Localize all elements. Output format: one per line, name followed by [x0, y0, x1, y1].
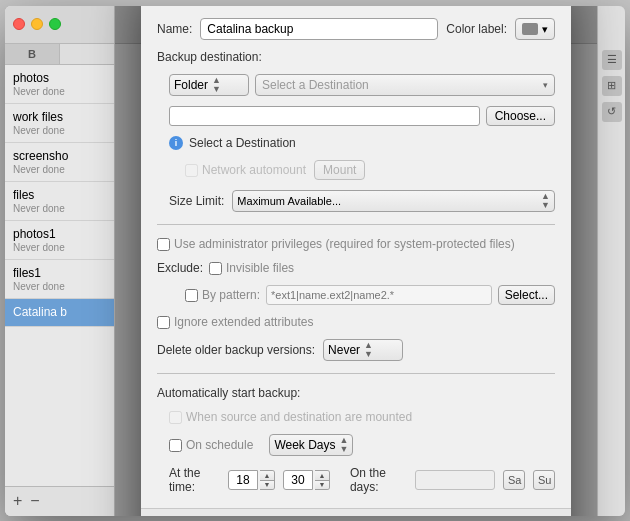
sidebar-item-status: Never done: [13, 242, 106, 253]
sidebar-tab-other[interactable]: [60, 44, 114, 64]
divider1: [157, 224, 555, 225]
dest-selector-row: Folder ▲ ▼ Select a Destination ▾: [157, 74, 555, 96]
info-row: i Select a Destination: [157, 136, 555, 150]
size-limit-select[interactable]: Maximum Available... ▲▼: [232, 190, 555, 212]
right-strip: ☰ ⊞ ↺: [597, 6, 625, 516]
zoom-button[interactable]: [49, 18, 61, 30]
main-area: Backup: Catalina backup on below Backup:…: [115, 6, 597, 516]
sidebar-item-files1[interactable]: files1 Never done: [5, 260, 114, 299]
pattern-input[interactable]: [266, 285, 492, 305]
time-row: At the time: ▲ ▼ ▲ ▼: [157, 466, 555, 494]
folder-type-select[interactable]: Folder ▲ ▼: [169, 74, 249, 96]
sidebar-item-work-files[interactable]: work files Never done: [5, 104, 114, 143]
strip-icon-1[interactable]: ☰: [602, 50, 622, 70]
info-icon: i: [169, 136, 183, 150]
color-label: Color label:: [446, 22, 507, 36]
su-day-button[interactable]: Su: [533, 470, 555, 490]
sa-day-button[interactable]: Sa: [503, 470, 525, 490]
color-label-button[interactable]: ▾: [515, 18, 555, 40]
sidebar-tabs: B: [5, 44, 114, 65]
delete-select[interactable]: Never ▲▼: [323, 339, 403, 361]
path-input[interactable]: [169, 106, 480, 126]
dialog-body: Name: Color label: ▾ Backup destination:: [141, 6, 571, 509]
name-input[interactable]: [200, 18, 438, 40]
delete-label: Delete older backup versions:: [157, 343, 315, 357]
auto-backup-label: Automatically start backup:: [157, 386, 300, 400]
schedule-chevrons-icon: ▲▼: [340, 436, 349, 454]
by-pattern-checkbox[interactable]: [185, 289, 198, 302]
dialog-overlay: Backup: Catalina backup Name: Color labe…: [115, 6, 597, 516]
size-limit-label: Size Limit:: [169, 194, 224, 208]
pattern-row: By pattern: Select...: [157, 285, 555, 305]
minute-down-button[interactable]: ▼: [315, 480, 329, 489]
hour-down-button[interactable]: ▼: [260, 480, 274, 489]
sidebar-item-screenshots[interactable]: screensho Never done: [5, 143, 114, 182]
sidebar-item-photos1[interactable]: photos1 Never done: [5, 221, 114, 260]
schedule-select[interactable]: Week Days ▲▼: [269, 434, 353, 456]
by-pattern-label: By pattern:: [185, 288, 260, 302]
delete-row: Delete older backup versions: Never ▲▼: [157, 339, 555, 361]
sidebar-item-name: photos1: [13, 227, 106, 241]
folder-type-label: Folder: [174, 78, 208, 92]
mount-button[interactable]: Mount: [314, 160, 365, 180]
on-days-label: On the days:: [350, 466, 407, 494]
on-schedule-label: On schedule: [169, 438, 253, 452]
dialog-footer: ? Cancel OK: [141, 508, 571, 516]
days-input[interactable]: [415, 470, 495, 490]
invisible-files-checkbox[interactable]: [209, 262, 222, 275]
sidebar-item-status: Never done: [13, 125, 106, 136]
network-automount-checkbox[interactable]: [185, 164, 198, 177]
strip-icon-3[interactable]: ↺: [602, 102, 622, 122]
admin-row: Use administrator privileges (required f…: [157, 237, 555, 251]
chevrons-icon: ▲ ▼: [212, 76, 221, 94]
ignore-extended-checkbox[interactable]: [157, 316, 170, 329]
path-row: Choose...: [157, 106, 555, 126]
minute-up-button[interactable]: ▲: [315, 471, 329, 480]
destination-select[interactable]: Select a Destination ▾: [255, 74, 555, 96]
admin-checkbox[interactable]: [157, 238, 170, 251]
add-backup-button[interactable]: +: [13, 493, 22, 509]
info-text: Select a Destination: [189, 136, 296, 150]
close-button[interactable]: [13, 18, 25, 30]
select-pattern-button[interactable]: Select...: [498, 285, 555, 305]
sidebar-item-name: Catalina b: [13, 305, 106, 319]
chevron-down-icon: ▾: [542, 23, 548, 36]
sidebar-item-name: work files: [13, 110, 106, 124]
delete-value: Never: [328, 343, 360, 357]
when-mounted-checkbox[interactable]: [169, 411, 182, 424]
size-limit-chevrons-icon: ▲▼: [541, 192, 550, 210]
sidebar-item-files[interactable]: files Never done: [5, 182, 114, 221]
choose-button[interactable]: Choose...: [486, 106, 555, 126]
network-automount-label: Network automount: [185, 163, 306, 177]
ignore-extended-row: Ignore extended attributes: [157, 315, 555, 329]
schedule-row: On schedule Week Days ▲▼: [157, 434, 555, 456]
hour-input[interactable]: [228, 470, 258, 490]
divider2: [157, 373, 555, 374]
backup-destination-label: Backup destination:: [157, 50, 262, 64]
sidebar-toolbar: [5, 6, 114, 44]
backup-dest-row: Backup destination:: [157, 50, 555, 64]
size-limit-row: Size Limit: Maximum Available... ▲▼: [157, 190, 555, 212]
sidebar-tab-b[interactable]: B: [5, 44, 60, 64]
app-window: B photos Never done work files Never don…: [5, 6, 625, 516]
hour-up-button[interactable]: ▲: [260, 471, 274, 480]
color-swatch: [522, 23, 538, 35]
minute-input[interactable]: [283, 470, 313, 490]
on-schedule-checkbox[interactable]: [169, 439, 182, 452]
ignore-extended-label: Ignore extended attributes: [157, 315, 313, 329]
size-limit-value: Maximum Available...: [237, 195, 537, 207]
sidebar-item-name: files1: [13, 266, 106, 280]
sidebar-item-photos[interactable]: photos Never done: [5, 65, 114, 104]
sidebar: B photos Never done work files Never don…: [5, 6, 115, 516]
sidebar-item-status: Never done: [13, 281, 106, 292]
remove-backup-button[interactable]: −: [30, 493, 39, 509]
schedule-value: Week Days: [274, 438, 335, 452]
when-mounted-row: When source and destination are mounted: [157, 410, 555, 424]
delete-chevrons-icon: ▲▼: [364, 341, 373, 359]
minute-arrows: ▲ ▼: [315, 470, 330, 490]
strip-icon-2[interactable]: ⊞: [602, 76, 622, 96]
automount-row: Network automount Mount: [157, 160, 555, 180]
sidebar-item-catalina[interactable]: Catalina b: [5, 299, 114, 327]
minimize-button[interactable]: [31, 18, 43, 30]
sidebar-item-name: screensho: [13, 149, 106, 163]
